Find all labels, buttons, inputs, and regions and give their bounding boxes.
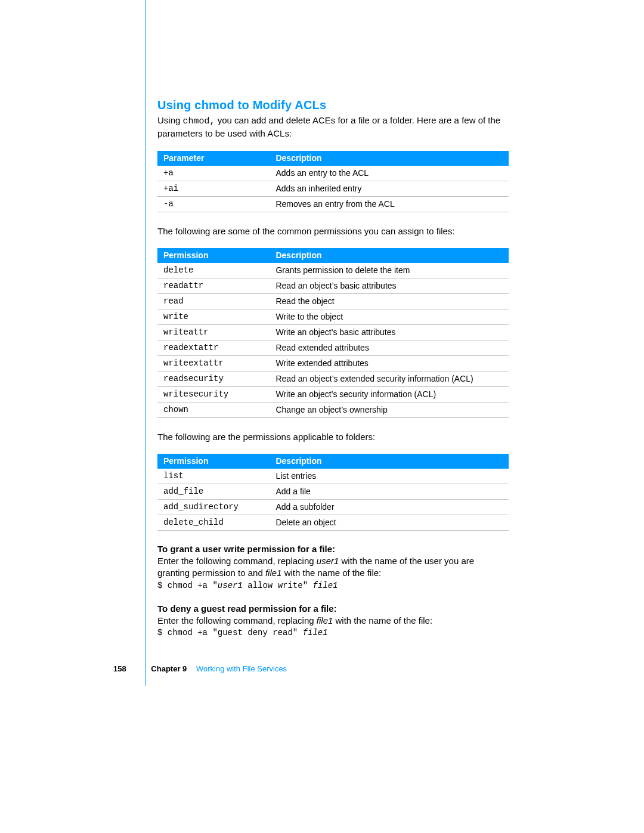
perm-desc: Read the object bbox=[270, 293, 509, 309]
table-row: delete_childDelete an object bbox=[157, 515, 509, 531]
deny-body-pre: Enter the following command, replacing bbox=[157, 615, 317, 625]
table-row: writesecurityWrite an object’s security … bbox=[157, 386, 509, 402]
perm-code: readsecurity bbox=[157, 371, 270, 386]
left-margin-rule bbox=[145, 0, 146, 686]
perm-code: add_file bbox=[157, 484, 270, 500]
param-code: -a bbox=[157, 196, 270, 212]
chapter-label: Chapter 9 bbox=[151, 664, 187, 673]
table-row: add_sudirectoryAdd a subfolder bbox=[157, 500, 509, 515]
page-footer: 158 Chapter 9 Working with File Services bbox=[113, 664, 287, 673]
perm-desc: Write an object’s security information (… bbox=[270, 386, 509, 402]
param-desc: Removes an entry from the ACL bbox=[270, 196, 509, 212]
table-row: writeattrWrite an object’s basic attribu… bbox=[157, 324, 509, 340]
col-permission: Permission bbox=[157, 248, 270, 263]
perm-code: writesecurity bbox=[157, 386, 270, 402]
cmd-file: file1 bbox=[303, 628, 328, 637]
col-description: Description bbox=[270, 454, 509, 469]
table-row: readRead the object bbox=[157, 293, 509, 309]
perm-code: delete_child bbox=[157, 515, 270, 531]
intro-pre: Using bbox=[157, 115, 183, 125]
table-header-row: Permission Description bbox=[157, 248, 509, 263]
param-desc: Adds an inherited entry bbox=[270, 181, 509, 196]
intro-code: chmod, bbox=[183, 116, 215, 126]
col-description: Description bbox=[270, 151, 509, 166]
page-number: 158 bbox=[113, 664, 126, 673]
table-row: readattrRead an object’s basic attribute… bbox=[157, 278, 509, 293]
perm-code: readextattr bbox=[157, 340, 270, 355]
grant-body-post: with the name of the file: bbox=[281, 568, 381, 578]
grant-body-it2: file1 bbox=[265, 568, 282, 578]
folder-perms-intro: The following are the permissions applic… bbox=[157, 431, 509, 443]
grant-body: Enter the following command, replacing u… bbox=[157, 555, 509, 580]
deny-body-post: with the name of the file: bbox=[333, 615, 432, 625]
param-code: +a bbox=[157, 166, 270, 181]
deny-body: Enter the following command, replacing f… bbox=[157, 615, 509, 627]
param-code: +ai bbox=[157, 181, 270, 196]
table-row: deleteGrants permission to delete the it… bbox=[157, 263, 509, 278]
perm-desc: Add a file bbox=[270, 484, 509, 500]
table-row: writeWrite to the object bbox=[157, 309, 509, 324]
cmd-mid: allow write" bbox=[243, 581, 313, 590]
deny-body-it1: file1 bbox=[317, 615, 333, 625]
table-header-row: Permission Description bbox=[157, 454, 509, 469]
perm-desc: Read an object’s basic attributes bbox=[270, 278, 509, 293]
page: Using chmod to Modify ACLs Using chmod, … bbox=[0, 0, 644, 833]
perm-code: delete bbox=[157, 263, 270, 278]
param-desc: Adds an entry to the ACL bbox=[270, 166, 509, 181]
grant-title: To grant a user write permission for a f… bbox=[157, 544, 509, 554]
table-row: +ai Adds an inherited entry bbox=[157, 181, 509, 196]
col-description: Description bbox=[270, 248, 509, 263]
deny-title: To deny a guest read permission for a fi… bbox=[157, 603, 509, 614]
chapter-title: Working with File Services bbox=[196, 664, 287, 673]
file-perms-intro: The following are some of the common per… bbox=[157, 225, 509, 237]
cmd-file: file1 bbox=[312, 581, 338, 590]
table-row: readextattrRead extended attributes bbox=[157, 340, 509, 355]
perm-code: writeextattr bbox=[157, 355, 270, 371]
perm-desc: List entries bbox=[270, 469, 509, 484]
file-permissions-table: Permission Description deleteGrants perm… bbox=[157, 248, 509, 418]
perm-desc: Delete an object bbox=[270, 515, 509, 531]
section-heading: Using chmod to Modify ACLs bbox=[157, 98, 509, 112]
perm-code: write bbox=[157, 309, 270, 324]
folder-permissions-table: Permission Description listList entries … bbox=[157, 454, 509, 531]
perm-desc: Write to the object bbox=[270, 309, 509, 324]
table-row: readsecurityRead an object’s extended se… bbox=[157, 371, 509, 386]
table-row: +a Adds an entry to the ACL bbox=[157, 166, 509, 181]
table-row: listList entries bbox=[157, 469, 509, 484]
cmd-user: user1 bbox=[218, 581, 243, 590]
perm-desc: Write extended attributes bbox=[270, 355, 509, 371]
table-row: add_fileAdd a file bbox=[157, 484, 509, 500]
table-row: -a Removes an entry from the ACL bbox=[157, 196, 509, 212]
perm-code: read bbox=[157, 293, 270, 309]
perm-desc: Write an object’s basic attributes bbox=[270, 324, 509, 340]
table-row: writeextattrWrite extended attributes bbox=[157, 355, 509, 371]
perm-desc: Add a subfolder bbox=[270, 500, 509, 515]
parameters-table: Parameter Description +a Adds an entry t… bbox=[157, 151, 509, 212]
perm-desc: Read an object’s extended security infor… bbox=[270, 371, 509, 386]
deny-command: $ chmod +a "guest deny read" file1 bbox=[157, 628, 509, 637]
cmd-pre: $ chmod +a " bbox=[157, 581, 218, 590]
grant-command: $ chmod +a "user1 allow write" file1 bbox=[157, 581, 509, 590]
col-permission: Permission bbox=[157, 454, 270, 469]
col-parameter: Parameter bbox=[157, 151, 270, 166]
grant-body-it1: user1 bbox=[317, 556, 339, 566]
perm-desc: Read extended attributes bbox=[270, 340, 509, 355]
perm-code: add_sudirectory bbox=[157, 500, 270, 515]
perm-code: chown bbox=[157, 402, 270, 417]
perm-code: readattr bbox=[157, 278, 270, 293]
perm-code: writeattr bbox=[157, 324, 270, 340]
cmd-pre: $ chmod +a "guest deny read" bbox=[157, 628, 303, 637]
perm-code: list bbox=[157, 469, 270, 484]
intro-paragraph: Using chmod, you can add and delete ACEs… bbox=[157, 114, 509, 140]
perm-desc: Grants permission to delete the item bbox=[270, 263, 509, 278]
table-header-row: Parameter Description bbox=[157, 151, 509, 166]
perm-desc: Change an object’s ownership bbox=[270, 402, 509, 417]
table-row: chownChange an object’s ownership bbox=[157, 402, 509, 417]
grant-body-pre: Enter the following command, replacing bbox=[157, 556, 317, 566]
